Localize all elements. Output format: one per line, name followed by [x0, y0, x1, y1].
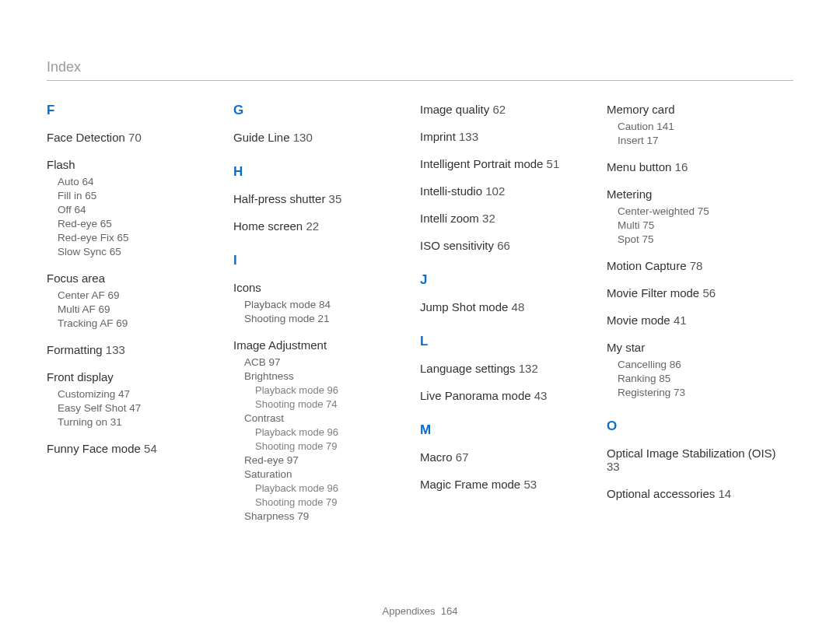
index-group-label: Flash — [47, 158, 219, 171]
index-entry: ISO sensitivity 66 — [420, 239, 593, 252]
index-group: Focus areaCenter AF 69Multi AF 69Trackin… — [47, 271, 219, 329]
index-entry-label: Image quality — [420, 103, 492, 116]
index-entry-line: Home screen 22 — [233, 219, 406, 233]
index-entry-line: Half-press shutter 35 — [233, 192, 406, 205]
index-entry-page: 51 — [547, 157, 560, 170]
index-sub-entry: Off 64 — [58, 204, 219, 215]
index-entry-line: Jump Shot mode 48 — [420, 300, 593, 313]
index-entry-label: Macro — [420, 450, 456, 464]
index-entry-line: Language settings 132 — [420, 362, 593, 375]
index-entry-page: 22 — [306, 219, 319, 233]
index-entry: Optical Image Stabilization (OIS) 33 — [607, 447, 779, 473]
index-entry-line: Movie Filter mode 56 — [607, 286, 779, 299]
index-entry-page: 43 — [534, 389, 548, 402]
index-entry-page: 54 — [144, 442, 157, 455]
index-entry-line: Imprint 133 — [420, 130, 593, 143]
index-letter-heading: O — [607, 419, 779, 434]
footer-page-number: 164 — [441, 605, 458, 617]
index-group: Memory cardCaution 141Insert 17 — [607, 103, 779, 146]
index-letter-heading: F — [47, 103, 219, 118]
index-entry-line: Live Panorama mode 43 — [420, 389, 593, 402]
index-entry: Formatting 133 — [47, 343, 219, 356]
index-entry-label: ISO sensitivity — [420, 239, 497, 252]
index-entry-page: 66 — [497, 239, 510, 252]
index-sub-entry: Shooting mode 21 — [244, 313, 406, 324]
index-entry: Intelli-studio 102 — [420, 184, 593, 198]
index-sub-entry: Brightness — [244, 370, 406, 382]
index-entry-label: Magic Frame mode — [420, 478, 523, 491]
index-group-label: Front display — [47, 370, 219, 384]
index-sub-entry: Spot 75 — [618, 233, 779, 245]
index-sub-entry: Tracking AF 69 — [58, 317, 219, 329]
index-entry: Optional accessories 14 — [607, 487, 779, 500]
index-letter-heading: M — [420, 422, 593, 438]
index-entry: Movie mode 41 — [607, 313, 779, 327]
index-entry: Face Detection 70 — [47, 131, 219, 144]
index-entry: Image quality 62 — [420, 103, 593, 116]
index-group: IconsPlayback mode 84Shooting mode 21 — [233, 281, 406, 324]
index-entry-page: 56 — [702, 286, 716, 299]
header-rule — [47, 80, 793, 81]
index-entry-page: 62 — [492, 103, 506, 116]
index-group: FlashAuto 64Fill in 65Off 64Red-eye 65Re… — [47, 158, 219, 257]
index-entry-line: Image quality 62 — [420, 103, 593, 116]
index-entry-label: Optional accessories — [607, 487, 718, 500]
index-sub-entry: Easy Self Shot 47 — [58, 402, 219, 414]
index-letter-heading: L — [420, 334, 593, 349]
index-letter-heading: G — [233, 103, 406, 118]
index-entry-label: Language settings — [420, 362, 519, 375]
index-entry-line: ISO sensitivity 66 — [420, 239, 593, 252]
index-sub2-entry: Playback mode 96 — [255, 426, 406, 438]
index-entry-label: Intelli zoom — [420, 212, 482, 225]
index-sub2-entry: Shooting mode 74 — [255, 398, 406, 410]
index-sub-entry: Red-eye 97 — [244, 454, 406, 466]
index-entry-page: 32 — [482, 212, 495, 225]
index-entry-label: Intelli-studio — [420, 184, 485, 198]
index-entry: Motion Capture 78 — [607, 259, 779, 272]
index-sub-entry: Multi 75 — [618, 219, 779, 231]
index-group: Front displayCustomizing 47Easy Self Sho… — [47, 370, 219, 428]
index-group-label: Image Adjustment — [233, 338, 406, 352]
index-entry: Intelligent Portrait mode 51 — [420, 157, 593, 170]
index-entry-label: Half-press shutter — [233, 192, 329, 205]
index-column: FFace Detection 70FlashAuto 64Fill in 65… — [47, 103, 233, 536]
page-title: Index — [47, 59, 793, 75]
index-entry-label: Funny Face mode — [47, 442, 144, 455]
index-group: Image AdjustmentACB 97BrightnessPlayback… — [233, 338, 406, 522]
index-column: Memory cardCaution 141Insert 17Menu butt… — [607, 103, 793, 536]
index-sub-entry: Turning on 31 — [58, 416, 219, 428]
index-group-label: Focus area — [47, 271, 219, 285]
index-entry-line: Intelligent Portrait mode 51 — [420, 157, 593, 170]
index-column: Image quality 62Imprint 133Intelligent P… — [420, 103, 607, 536]
index-entry-line: Menu button 16 — [607, 160, 779, 173]
page-footer: Appendixes 164 — [0, 605, 840, 617]
index-sub-entry: Center AF 69 — [58, 289, 219, 301]
index-entry-line: Intelli-studio 102 — [420, 184, 593, 198]
index-entry: Macro 67 — [420, 450, 593, 464]
index-group-label: Metering — [607, 187, 779, 201]
index-entry-label: Guide Line — [233, 131, 293, 144]
index-entry-page: 70 — [128, 131, 142, 144]
index-entry-page: 53 — [523, 478, 537, 491]
index-sub-entry: Insert 17 — [618, 135, 779, 146]
index-entry-page: 35 — [329, 192, 342, 205]
index-entry-label: Movie mode — [607, 313, 674, 327]
index-sub2-entry: Playback mode 96 — [255, 482, 406, 494]
index-group-label: My star — [607, 341, 779, 354]
index-entry-page: 130 — [293, 131, 313, 144]
index-entry: Half-press shutter 35 — [233, 192, 406, 205]
index-entry-line: Formatting 133 — [47, 343, 219, 356]
index-sub-entry: Customizing 47 — [58, 388, 219, 400]
index-group: My starCancelling 86Ranking 85Registerin… — [607, 341, 779, 398]
index-sub-entry: Cancelling 86 — [618, 359, 779, 370]
index-entry-line: Face Detection 70 — [47, 131, 219, 144]
index-entry-line: Funny Face mode 54 — [47, 442, 219, 455]
index-sub-entry: Fill in 65 — [58, 190, 219, 201]
index-entry: Funny Face mode 54 — [47, 442, 219, 455]
index-letter-heading: J — [420, 272, 593, 288]
index-entry-page: 67 — [456, 450, 469, 464]
index-sub-entry: Contrast — [244, 412, 406, 424]
index-columns: FFace Detection 70FlashAuto 64Fill in 65… — [47, 103, 793, 536]
footer-section: Appendixes — [383, 605, 436, 617]
index-entry-line: Optical Image Stabilization (OIS) 33 — [607, 447, 779, 473]
